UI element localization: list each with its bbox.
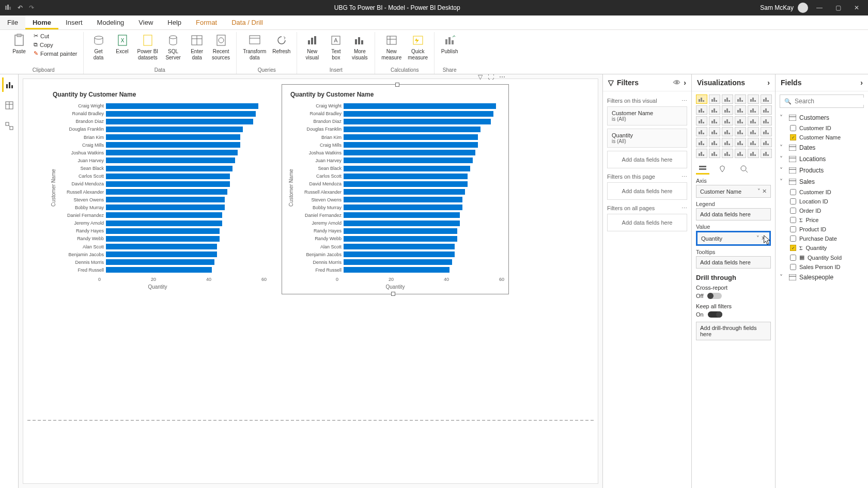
- bar-row[interactable]: Joshua Watkins: [296, 149, 504, 156]
- viz-type-icon[interactable]: [735, 95, 746, 104]
- bar-row[interactable]: Dennis Morris: [58, 259, 267, 266]
- bar-row[interactable]: Fred Russell: [296, 266, 504, 274]
- fields-tab[interactable]: [696, 163, 709, 175]
- field-order-id[interactable]: Order ID: [790, 206, 864, 215]
- bar-row[interactable]: Alan Scott: [296, 243, 504, 250]
- bar-row[interactable]: Sean Black: [58, 165, 267, 172]
- bar-row[interactable]: Randy Webb: [296, 235, 504, 242]
- recent-sources-button[interactable]: Recent sources: [210, 32, 232, 62]
- cross-report-toggle[interactable]: Off: [696, 293, 771, 299]
- viz-type-icon[interactable]: [761, 116, 772, 125]
- viz-type-icon[interactable]: [748, 127, 759, 136]
- bar-row[interactable]: Alan Scott: [58, 243, 267, 250]
- viz-type-icon[interactable]: [735, 127, 746, 136]
- bar-row[interactable]: Jeremy Arnold: [58, 219, 267, 227]
- bar-row[interactable]: David Mendoza: [58, 180, 267, 187]
- bar-row[interactable]: Benjamin Jacobs: [296, 251, 504, 258]
- field-sales-customer-id[interactable]: Customer ID: [790, 187, 864, 197]
- more-visuals-button[interactable]: More visuals: [349, 32, 370, 62]
- viz-type-icon[interactable]: [735, 105, 746, 115]
- viz-type-icon[interactable]: [722, 127, 733, 136]
- bar-row[interactable]: Craig Mills: [296, 141, 504, 149]
- bar-row[interactable]: Juan Harvey: [58, 157, 267, 164]
- bar-row[interactable]: Randy Webb: [58, 235, 267, 242]
- field-location-id[interactable]: Location ID: [790, 197, 864, 206]
- keep-filters-toggle[interactable]: On: [696, 311, 771, 318]
- viz-type-icon[interactable]: [761, 149, 772, 158]
- eye-icon[interactable]: 👁: [673, 78, 680, 87]
- format-tab[interactable]: [717, 163, 730, 175]
- bar-row[interactable]: Bobby Murray: [58, 204, 267, 211]
- table-dates[interactable]: ˅Dates: [780, 142, 864, 153]
- menu-format[interactable]: Format: [189, 15, 224, 29]
- minimize-button[interactable]: —: [812, 3, 827, 13]
- bar-row[interactable]: Randy Hayes: [296, 227, 504, 234]
- viz-type-icon[interactable]: [696, 116, 707, 125]
- viz-type-icon[interactable]: [709, 138, 720, 147]
- chart-visual-2[interactable]: ▽ ⛶ ⋯ Quantity by Customer Name Customer…: [282, 84, 509, 294]
- drill-through-well[interactable]: Add drill-through fields here: [696, 322, 771, 340]
- maximize-button[interactable]: ▢: [831, 3, 845, 13]
- analytics-tab[interactable]: [737, 163, 751, 175]
- bar-row[interactable]: Carlos Scott: [58, 172, 267, 180]
- bar-row[interactable]: Ronald Bradley: [58, 110, 267, 117]
- menu-home[interactable]: Home: [25, 15, 58, 29]
- viz-type-icon[interactable]: [709, 149, 720, 158]
- data-view-button[interactable]: [2, 98, 17, 113]
- viz-type-icon[interactable]: [722, 149, 733, 158]
- bar-row[interactable]: Brian Kim: [58, 134, 267, 141]
- viz-type-icon[interactable]: [709, 116, 720, 125]
- paste-button[interactable]: Paste: [8, 32, 30, 56]
- bar-row[interactable]: Randy Hayes: [58, 227, 267, 234]
- field-salesperson-id[interactable]: Sales Person ID: [790, 262, 864, 272]
- viz-type-icon[interactable]: [722, 116, 733, 125]
- viz-type-icon[interactable]: [735, 138, 746, 147]
- field-search[interactable]: 🔍: [780, 95, 864, 108]
- viz-type-icon[interactable]: [696, 138, 707, 147]
- bar-row[interactable]: Craig Wright: [58, 102, 267, 109]
- menu-file[interactable]: File: [0, 15, 25, 29]
- bar-row[interactable]: Sean Black: [296, 165, 504, 172]
- viz-type-icon[interactable]: [696, 95, 707, 104]
- viz-type-icon[interactable]: [748, 105, 759, 115]
- allpages-filter-drop[interactable]: Add data fields here: [607, 214, 687, 231]
- menu-data-drill[interactable]: Data / Drill: [224, 15, 270, 29]
- viz-type-icon[interactable]: [735, 149, 746, 158]
- refresh-button[interactable]: Refresh: [270, 32, 292, 56]
- excel-button[interactable]: XExcel: [112, 32, 133, 56]
- collapse-icon[interactable]: ›: [767, 78, 770, 87]
- chart-visual-1[interactable]: Quantity by Customer Name Customer Name …: [44, 84, 271, 294]
- bar-row[interactable]: Daniel Fernandez: [58, 212, 267, 219]
- legend-well[interactable]: Add data fields here: [696, 208, 771, 221]
- tooltips-well[interactable]: Add data fields here: [696, 256, 771, 269]
- bar-row[interactable]: Brandon Diaz: [58, 118, 267, 125]
- viz-type-icon[interactable]: [761, 138, 772, 147]
- viz-type-icon[interactable]: [748, 95, 759, 104]
- bar-row[interactable]: Russell Alexander: [58, 188, 267, 196]
- cut-button[interactable]: ✂Cut: [32, 32, 79, 40]
- publish-button[interactable]: Publish: [439, 32, 460, 56]
- bar-row[interactable]: Craig Mills: [58, 141, 267, 149]
- text-box-button[interactable]: AText box: [325, 32, 347, 62]
- get-data-button[interactable]: Get data: [88, 32, 110, 62]
- value-well[interactable]: Quantity˅ ✕: [696, 231, 771, 246]
- table-salespeople[interactable]: ˅Salespeople: [780, 272, 864, 283]
- bar-row[interactable]: Carlos Scott: [296, 172, 504, 180]
- filter-icon[interactable]: ▽: [478, 74, 483, 81]
- axis-well[interactable]: Customer Name˅ ✕: [696, 185, 771, 198]
- format-painter-button[interactable]: ✎Format painter: [32, 50, 79, 57]
- viz-type-icon[interactable]: [709, 127, 720, 136]
- bar-row[interactable]: Craig Wright: [296, 102, 504, 109]
- menu-view[interactable]: View: [131, 15, 160, 29]
- bar-row[interactable]: Juan Harvey: [296, 157, 504, 164]
- bar-row[interactable]: Russell Alexander: [296, 188, 504, 196]
- filter-card-quantity[interactable]: Quantity is (All): [607, 129, 687, 148]
- transform-data-button[interactable]: Transform data: [241, 32, 268, 62]
- viz-type-icon[interactable]: [696, 149, 707, 158]
- sql-server-button[interactable]: SQL Server: [162, 32, 184, 62]
- table-locations[interactable]: ˅Locations: [780, 153, 864, 165]
- field-customer-name[interactable]: ✓Customer Name: [790, 133, 864, 142]
- model-view-button[interactable]: [2, 119, 17, 133]
- close-button[interactable]: ✕: [849, 3, 864, 13]
- bar-row[interactable]: Joshua Watkins: [58, 149, 267, 156]
